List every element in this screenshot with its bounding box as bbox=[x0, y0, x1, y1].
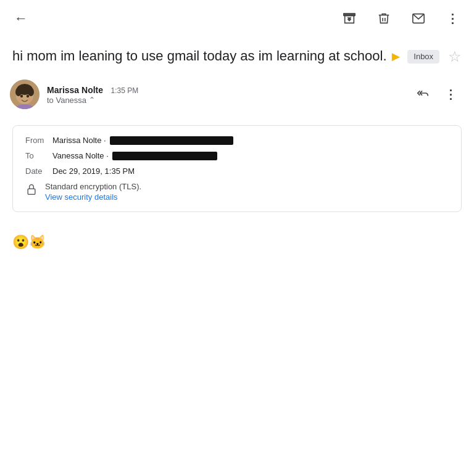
to-line: to Vanessa ⌃ bbox=[47, 96, 138, 105]
subject-area: hi mom im leaning to use gmail today as … bbox=[0, 37, 474, 71]
back-button[interactable]: ← bbox=[10, 7, 32, 30]
email-meta: Marissa Nolte 1:35 PM to Vanessa ⌃ ⋮ bbox=[0, 73, 474, 115]
svg-point-10 bbox=[20, 95, 23, 97]
mail-button[interactable] bbox=[407, 7, 430, 30]
from-name: Marissa Nolte · bbox=[52, 136, 106, 145]
email-meta-right: ⋮ bbox=[416, 83, 462, 105]
security-info: Standard encryption (TLS). View security… bbox=[45, 182, 141, 202]
date-row: Date Dec 29, 2019, 1:35 PM bbox=[25, 166, 449, 176]
subject-main-text: hi mom im leaning to use gmail today as … bbox=[12, 48, 387, 64]
delete-button[interactable] bbox=[373, 7, 395, 30]
lock-icon bbox=[25, 183, 38, 199]
svg-point-8 bbox=[15, 88, 22, 96]
date-label: Date bbox=[25, 166, 52, 176]
subject-text: hi mom im leaning to use gmail today as … bbox=[12, 48, 439, 64]
email-more-button[interactable]: ⋮ bbox=[439, 83, 462, 105]
to-label: to Vanessa bbox=[47, 96, 86, 105]
from-value: Marissa Nolte · bbox=[52, 136, 233, 145]
sender-info: Marissa Nolte 1:35 PM to Vanessa ⌃ bbox=[47, 84, 138, 105]
to-email-redacted bbox=[112, 152, 217, 160]
category-arrow-icon: ► bbox=[389, 47, 403, 66]
expand-details-icon[interactable]: ⌃ bbox=[89, 96, 95, 104]
from-label: From bbox=[25, 136, 52, 145]
archive-button[interactable] bbox=[338, 7, 360, 30]
sender-avatar bbox=[10, 80, 40, 109]
svg-point-11 bbox=[27, 95, 29, 97]
toolbar-right: ⋮ bbox=[338, 7, 464, 30]
toolbar-left: ← bbox=[10, 7, 32, 30]
to-detail-label: To bbox=[25, 151, 52, 160]
svg-point-13 bbox=[28, 97, 31, 101]
security-row: Standard encryption (TLS). View security… bbox=[25, 182, 449, 202]
sender-name: Marissa Nolte bbox=[47, 85, 103, 95]
reply-all-button[interactable] bbox=[416, 86, 430, 103]
view-security-details-link[interactable]: View security details bbox=[45, 192, 141, 202]
more-menu-button[interactable]: ⋮ bbox=[442, 7, 464, 30]
to-value: Vanessa Nolte · bbox=[52, 151, 217, 160]
date-value: Dec 29, 2019, 1:35 PM bbox=[52, 166, 135, 176]
svg-rect-15 bbox=[28, 189, 35, 194]
security-text: Standard encryption (TLS). bbox=[45, 182, 141, 191]
inbox-badge[interactable]: Inbox bbox=[407, 50, 439, 64]
email-body: 😮🐱 bbox=[0, 222, 474, 262]
details-box: From Marissa Nolte · To Vanessa Nolte · … bbox=[12, 125, 462, 212]
to-row: To Vanessa Nolte · bbox=[25, 151, 449, 160]
toolbar: ← bbox=[0, 0, 474, 37]
from-email-redacted bbox=[110, 136, 233, 145]
svg-point-12 bbox=[18, 97, 22, 101]
star-button[interactable]: ☆ bbox=[448, 48, 462, 65]
subject-content: hi mom im leaning to use gmail today as … bbox=[12, 47, 441, 66]
body-emoji: 😮🐱 bbox=[12, 234, 46, 250]
svg-point-9 bbox=[28, 88, 34, 96]
sender-time: 1:35 PM bbox=[111, 86, 139, 95]
sender-name-row: Marissa Nolte 1:35 PM bbox=[47, 84, 138, 96]
from-row: From Marissa Nolte · bbox=[25, 136, 449, 145]
email-meta-left: Marissa Nolte 1:35 PM to Vanessa ⌃ bbox=[10, 80, 138, 109]
to-name: Vanessa Nolte · bbox=[52, 151, 109, 160]
